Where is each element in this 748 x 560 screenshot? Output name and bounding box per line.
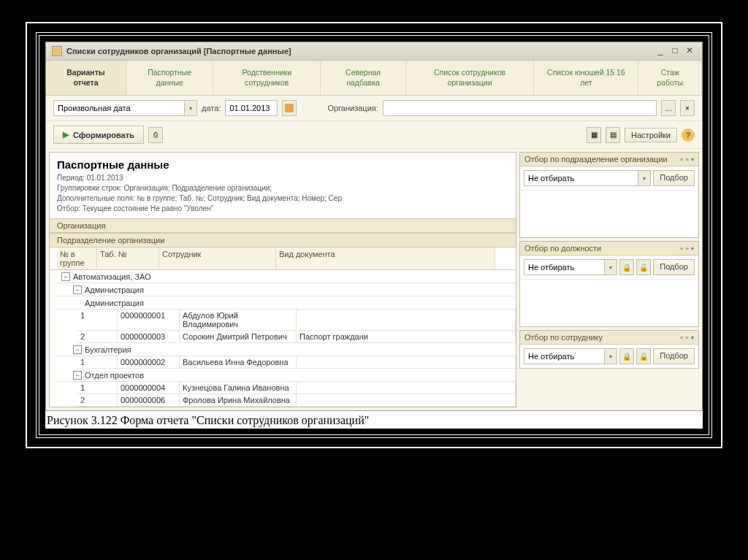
filter-department: Отбор по подразделение организации « » ▾… <box>519 152 699 238</box>
table-row: − Автоматизация, ЗАО <box>56 270 516 283</box>
report-title: Паспортные данные <box>57 158 508 171</box>
group-header-org: Организация <box>50 218 516 233</box>
filter-mode-dropdown[interactable] <box>524 259 617 275</box>
org-label: Организация: <box>327 104 378 112</box>
tab-relatives[interactable]: Родственники сотрудников <box>213 61 321 95</box>
date-input[interactable] <box>225 100 278 116</box>
filter-title: Отбор по подразделение организации « » ▾ <box>520 153 698 166</box>
table-row: 2 0000000006 Фролова Ирина Михайловна <box>77 394 516 407</box>
report-period: Период: 01.01.2013 <box>57 173 508 183</box>
tab-northern[interactable]: Северная надбавка <box>321 61 405 95</box>
tool-button-2[interactable]: ▤ <box>606 127 620 143</box>
titlebar: Списки сотрудников организаций [Паспортн… <box>46 42 702 61</box>
filter-list[interactable] <box>520 279 698 326</box>
tab-variants[interactable]: Варианты отчета <box>46 61 126 95</box>
tab-passport[interactable]: Паспортные данные <box>126 61 213 95</box>
filter-next-icon[interactable]: » <box>686 334 689 341</box>
tree-toggle[interactable]: − <box>61 272 70 281</box>
unlock-button[interactable]: 🔓 <box>636 348 651 364</box>
action-toolbar: ▶ Сформировать ⎙ ▦ ▤ Настройки ? <box>46 121 702 149</box>
play-icon: ▶ <box>63 130 69 139</box>
filter-next-icon[interactable]: » <box>686 156 689 163</box>
table-row: 1 0000000002 Васильева Инна Федоровна <box>77 356 516 369</box>
org-input[interactable] <box>383 100 657 116</box>
filter-prev-icon[interactable]: « <box>680 334 683 341</box>
generate-button[interactable]: ▶ Сформировать <box>53 126 144 144</box>
date-label: дата: <box>202 104 221 112</box>
dropdown-arrow-icon[interactable] <box>184 100 197 116</box>
filter-title: Отбор по должности « » ▾ <box>520 242 698 256</box>
filter-mode-dropdown[interactable] <box>524 348 617 364</box>
close-button[interactable]: ✕ <box>683 45 696 57</box>
tab-young-men[interactable]: Список юношей 15 16 лет <box>534 61 638 95</box>
tab-employee-list[interactable]: Список сотрудников организации <box>406 61 535 95</box>
mode-dropdown[interactable] <box>53 100 197 116</box>
filter-title: Отбор по сотруднику « » ▾ <box>520 331 698 345</box>
col-tab: Таб. № <box>97 248 159 269</box>
app-window: Списки сотрудников организаций [Паспортн… <box>45 42 703 411</box>
figure-caption: Рисунок 3.122 Форма отчета "Списки сотру… <box>45 411 703 429</box>
window-title: Списки сотрудников организаций [Паспортн… <box>66 47 652 55</box>
tree-toggle[interactable]: − <box>73 345 82 354</box>
help-button[interactable]: ? <box>682 129 695 142</box>
filter-position: Отбор по должности « » ▾ 🔒 🔓 Подбор <box>519 241 699 327</box>
filter-next-icon[interactable]: » <box>686 245 689 252</box>
window-icon <box>52 46 62 56</box>
report-groupings: Группировки строк: Организация; Подразде… <box>57 183 508 193</box>
org-select-button[interactable]: … <box>661 100 676 116</box>
calendar-button[interactable] <box>282 100 297 116</box>
unlock-button[interactable]: 🔓 <box>636 259 651 275</box>
dropdown-arrow-icon[interactable] <box>604 259 617 275</box>
print-button[interactable]: ⎙ <box>148 127 163 143</box>
tabs: Варианты отчета Паспортные данные Родств… <box>46 61 702 96</box>
settings-button[interactable]: Настройки <box>625 128 677 142</box>
filter-menu-icon[interactable]: ▾ <box>691 245 694 252</box>
tree-toggle[interactable]: − <box>73 285 82 294</box>
tree-toggle[interactable]: − <box>73 371 82 380</box>
dropdown-arrow-icon[interactable] <box>638 170 651 186</box>
dropdown-arrow-icon[interactable] <box>604 348 617 364</box>
tool-button-1[interactable]: ▦ <box>587 127 601 143</box>
param-toolbar: дата: Организация: … × <box>46 96 702 121</box>
content-area: Паспортные данные Период: 01.01.2013 Гру… <box>46 149 702 410</box>
select-button[interactable]: Подбор <box>653 170 695 186</box>
minimize-button[interactable]: _ <box>654 45 667 57</box>
filter-list[interactable] <box>520 190 698 237</box>
report-pane: Паспортные данные Период: 01.01.2013 Гру… <box>49 152 516 407</box>
lock-button[interactable]: 🔒 <box>619 348 634 364</box>
mode-input[interactable] <box>53 100 185 116</box>
table-row: Администрация <box>56 296 516 310</box>
table-row: − Отдел проектов <box>56 369 516 382</box>
filter-prev-icon[interactable]: « <box>680 156 683 163</box>
col-doctype: Вид документа <box>276 248 495 269</box>
filter-mode-dropdown[interactable] <box>524 170 651 186</box>
filter-prev-icon[interactable]: « <box>680 245 683 252</box>
calendar-icon <box>285 104 294 112</box>
org-clear-button[interactable]: × <box>680 100 695 116</box>
filter-employee: Отбор по сотруднику « » ▾ 🔒 🔓 Подбор <box>519 330 699 369</box>
generate-label: Сформировать <box>73 131 134 139</box>
report-header: Паспортные данные Период: 01.01.2013 Гру… <box>50 153 516 218</box>
filter-menu-icon[interactable]: ▾ <box>691 156 694 163</box>
select-button[interactable]: Подбор <box>653 348 695 364</box>
col-employee: Сотрудник <box>159 248 276 269</box>
table-row: 2 0000000003 Сорокин Дмитрий Петрович Па… <box>77 331 516 343</box>
filters-pane: Отбор по подразделение организации « » ▾… <box>519 152 699 407</box>
maximize-button[interactable]: □ <box>668 45 682 57</box>
report-extra-fields: Дополнительные поля: № в группе; Таб. №;… <box>57 193 508 204</box>
table-row: − Администрация <box>56 283 516 296</box>
select-button[interactable]: Подбор <box>653 259 695 275</box>
table-header: № в группе Таб. № Сотрудник Вид документ… <box>50 248 516 270</box>
group-header-dept: Подразделение организации <box>50 233 516 248</box>
lock-button[interactable]: 🔒 <box>619 259 634 275</box>
tree: − Автоматизация, ЗАО − Администрация Адм… <box>50 270 516 407</box>
filter-menu-icon[interactable]: ▾ <box>691 334 694 341</box>
table-row: − Бухгалтерия <box>56 343 516 356</box>
col-number: № в группе <box>57 248 97 269</box>
tab-experience[interactable]: Стаж работы <box>638 61 702 95</box>
table-row: 1 0000000001 Абдулов Юрий Владимирович <box>77 310 516 331</box>
table-row: 1 0000000004 Кузнецова Галина Ивановна <box>77 382 516 394</box>
report-filter: Отбор: Текущее состояние Не равно "Уволе… <box>57 204 508 214</box>
